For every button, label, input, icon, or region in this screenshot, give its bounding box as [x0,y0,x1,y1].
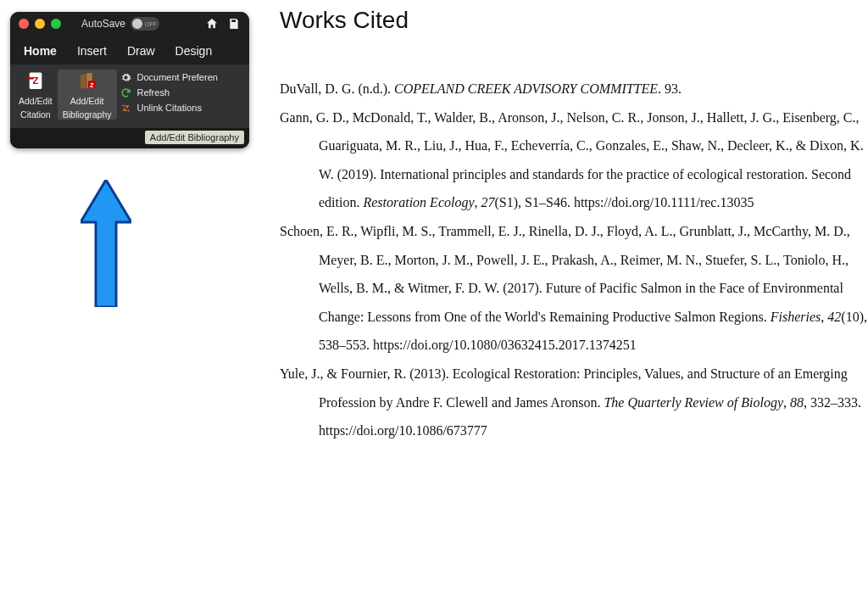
journal-title: Restoration Ecology [363,195,474,209]
gear-icon [120,71,132,83]
up-arrow-annotation [81,180,131,307]
word-toolbar: AutoSave OFF Home Insert Draw Design Z A… [10,12,249,148]
home-icon[interactable] [205,17,219,31]
works-cited-document: Works Cited DuVall, D. G. (n.d.). COPELA… [280,7,868,445]
volume: 27 [481,195,495,209]
work-title: COPELAND CREEK ADVISORY COMMITTEE [394,81,658,96]
tooltip-row: Add/Edit Bibliography [10,128,249,148]
citation-entry: Schoen, E. R., Wipfli, M. S., Trammell, … [280,217,868,360]
close-window-icon[interactable] [19,19,29,29]
add-edit-bibliography-button[interactable]: Z Add/Edit Bibliography [58,70,117,120]
document-preferences-button[interactable]: Document Preferen [120,71,218,83]
add-edit-citation-button[interactable]: Z Add/Edit Citation [14,70,58,120]
page-title: Works Cited [280,7,868,34]
journal-title: Fisheries [771,310,821,324]
tab-insert[interactable]: Insert [67,39,117,64]
svg-rect-2 [28,77,34,79]
refresh-label: Refresh [137,87,170,98]
svg-text:Z: Z [32,75,38,86]
citation-label-1: Add/Edit [19,97,53,107]
citation-entry: DuVall, D. G. (n.d.). COPELAND CREEK ADV… [280,75,868,103]
titlebar: AutoSave OFF [10,12,249,34]
bibliography-icon: Z [75,70,100,93]
tooltip: Add/Edit Bibliography [145,131,244,144]
refresh-icon [120,87,132,98]
unlink-label: Unlink Citations [137,103,202,113]
zotero-ribbon: Z Add/Edit Citation Z Add/Edit Bibliogra… [10,64,249,128]
autosave-toggle[interactable]: OFF [131,17,159,31]
bibliography-label-1: Add/Edit [70,97,104,107]
svg-rect-3 [80,75,86,88]
journal-title: The Quarterly Review of Biology [604,395,783,410]
refresh-button[interactable]: Refresh [120,87,218,98]
volume: 88 [790,395,804,410]
ribbon-side-commands: Document Preferen Refresh Unlink Citatio… [117,70,220,120]
autosave-state: OFF [145,21,157,27]
volume: 42 [827,310,841,324]
unlink-icon [120,102,132,114]
tab-draw[interactable]: Draw [117,39,165,64]
svg-text:Z: Z [90,81,94,89]
save-icon[interactable] [227,17,241,31]
tab-home[interactable]: Home [14,39,67,64]
citation-icon: Z [23,70,48,93]
bibliography-entries: DuVall, D. G. (n.d.). COPELAND CREEK ADV… [280,75,868,445]
maximize-window-icon[interactable] [51,19,61,29]
citation-entry: Gann, G. D., McDonald, T., Walder, B., A… [280,103,868,217]
tab-design[interactable]: Design [165,39,223,64]
citation-entry: Yule, J., & Fournier, R. (2013). Ecologi… [280,360,868,445]
bibliography-label-2: Bibliography [63,110,112,120]
autosave-label: AutoSave [81,18,125,30]
traffic-lights [19,19,61,29]
unlink-citations-button[interactable]: Unlink Citations [120,102,218,114]
autosave-control[interactable]: AutoSave OFF [81,17,159,31]
prefs-label: Document Preferen [137,72,218,82]
minimize-window-icon[interactable] [35,19,45,29]
ribbon-tabs: Home Insert Draw Design [10,34,249,64]
citation-label-2: Citation [20,110,51,120]
